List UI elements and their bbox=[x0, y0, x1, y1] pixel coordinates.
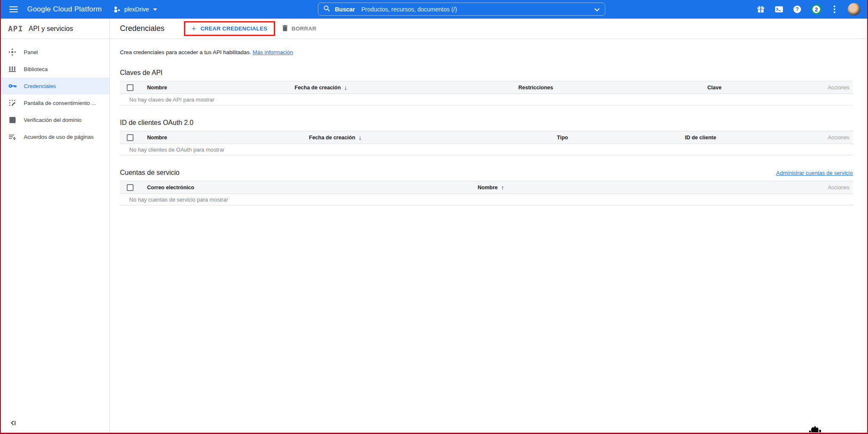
create-credentials-button[interactable]: + CREAR CREDENCIALES bbox=[192, 25, 267, 32]
sidebar-item-label: Verificación del dominio bbox=[24, 117, 82, 123]
gift-icon[interactable] bbox=[757, 5, 765, 14]
notifications-badge[interactable]: 2 bbox=[811, 4, 821, 14]
dashboard-icon bbox=[8, 48, 17, 56]
hamburger-menu-icon[interactable] bbox=[9, 6, 18, 12]
sidebar-header: API API y servicios bbox=[1, 19, 109, 39]
sort-desc-icon: ↓ bbox=[359, 134, 362, 141]
topbar-icons: ? 2 bbox=[757, 3, 860, 16]
section-title: Claves de API bbox=[120, 69, 163, 77]
library-icon bbox=[8, 65, 17, 73]
intro-text: Crea credenciales para acceder a tus API… bbox=[120, 49, 853, 55]
annotation-highlight: + CREAR CREDENCIALES bbox=[184, 21, 275, 36]
empty-state: No hay cuentas de servicio para mostrar bbox=[120, 194, 853, 205]
domain-verification-icon bbox=[8, 116, 17, 124]
sidebar-item-label: Panel bbox=[24, 49, 38, 55]
select-all-checkbox[interactable] bbox=[127, 84, 134, 91]
page-toolbar: Credenciales + CREAR CREDENCIALES BORRA bbox=[110, 19, 867, 39]
svg-text:?: ? bbox=[796, 6, 798, 12]
search-placeholder: Productos, recursos, documentos (/) bbox=[361, 6, 457, 13]
search-label: Buscar bbox=[335, 6, 355, 13]
column-acciones: Acciones bbox=[815, 85, 853, 91]
more-info-link[interactable]: Más información bbox=[253, 49, 293, 55]
select-all-checkbox[interactable] bbox=[127, 134, 134, 141]
mouse-cursor-artifact bbox=[809, 425, 821, 434]
column-fecha-creacion[interactable]: Fecha de creación ↓ bbox=[295, 84, 518, 91]
top-navigation-bar: Google Cloud Platform plexDrive Buscar P… bbox=[1, 0, 867, 19]
consent-screen-icon bbox=[8, 99, 17, 107]
manage-service-accounts-link[interactable]: Administrar cuentas de servicio bbox=[776, 170, 853, 176]
delete-button[interactable]: BORRAR bbox=[282, 25, 317, 33]
section-title: ID de clientes OAuth 2.0 bbox=[120, 119, 193, 127]
plus-icon: + bbox=[192, 26, 196, 32]
page-usage-agreements-icon bbox=[8, 133, 17, 141]
product-name-label: API y servicios bbox=[29, 25, 73, 33]
sidebar-item-acuerdos-uso[interactable]: Acuerdos de uso de páginas bbox=[1, 128, 109, 145]
section-service-accounts: Cuentas de servicio Administrar cuentas … bbox=[120, 169, 853, 205]
column-id-cliente: ID de cliente bbox=[685, 135, 815, 141]
table-header-row: Nombre Fecha de creación ↓ Tipo ID de cl… bbox=[120, 131, 853, 144]
column-correo-electronico: Correo electrónico bbox=[138, 185, 478, 191]
sidebar-nav: Panel Biblioteca bbox=[1, 39, 109, 145]
sidebar-item-panel[interactable]: Panel bbox=[1, 44, 109, 61]
sidebar-item-label: Credenciales bbox=[24, 83, 56, 89]
search-icon bbox=[323, 5, 330, 14]
collapse-sidebar-icon[interactable] bbox=[10, 420, 17, 428]
column-fecha-creacion[interactable]: Fecha de creación ↓ bbox=[309, 134, 557, 141]
table-header-row: Correo electrónico Nombre ↑ Acciones bbox=[120, 181, 853, 194]
sidebar: API API y servicios Panel bbox=[1, 19, 110, 433]
project-name: plexDrive bbox=[124, 6, 149, 13]
user-avatar[interactable] bbox=[848, 3, 860, 16]
chevron-down-icon bbox=[153, 8, 157, 11]
column-acciones: Acciones bbox=[815, 135, 853, 141]
sort-desc-icon: ↓ bbox=[344, 84, 347, 91]
key-icon bbox=[8, 82, 17, 90]
column-acciones: Acciones bbox=[815, 185, 853, 191]
column-restricciones: Restricciones bbox=[518, 85, 707, 91]
project-selector[interactable]: plexDrive bbox=[114, 6, 157, 13]
sidebar-item-verificacion-dominio[interactable]: Verificación del dominio bbox=[1, 111, 109, 128]
empty-state: No hay clientes de OAuth para mostrar bbox=[120, 144, 853, 155]
sidebar-item-label: Pantalla de consentimiento ... bbox=[24, 100, 96, 106]
select-all-checkbox[interactable] bbox=[127, 184, 134, 191]
search-expand-chevron-icon[interactable] bbox=[594, 6, 600, 13]
table-header-row: Nombre Fecha de creación ↓ Restricciones… bbox=[120, 81, 853, 94]
api-product-logo: API bbox=[8, 24, 23, 33]
content-area: Crea credenciales para acceder a tus API… bbox=[110, 39, 867, 205]
cloud-shell-icon[interactable] bbox=[775, 5, 783, 14]
gcp-logo[interactable]: Google Cloud Platform bbox=[27, 5, 102, 14]
sidebar-item-label: Acuerdos de uso de páginas bbox=[24, 134, 94, 140]
sidebar-item-label: Biblioteca bbox=[24, 66, 47, 72]
sidebar-item-credenciales[interactable]: Credenciales bbox=[1, 77, 109, 94]
column-clave: Clave bbox=[707, 85, 815, 91]
section-oauth-clients: ID de clientes OAuth 2.0 Nombre Fecha de… bbox=[120, 119, 853, 155]
more-options-icon[interactable] bbox=[831, 5, 838, 14]
trash-icon bbox=[282, 25, 288, 33]
project-icon bbox=[114, 6, 121, 13]
sidebar-item-pantalla-consentimiento[interactable]: Pantalla de consentimiento ... bbox=[1, 94, 109, 111]
page-title: Credenciales bbox=[120, 24, 164, 33]
help-icon[interactable]: ? bbox=[793, 5, 801, 14]
sort-asc-icon: ↑ bbox=[501, 184, 504, 191]
section-title: Cuentas de servicio bbox=[120, 169, 180, 177]
column-tipo: Tipo bbox=[557, 135, 685, 141]
sidebar-item-biblioteca[interactable]: Biblioteca bbox=[1, 61, 109, 77]
column-nombre: Nombre bbox=[138, 85, 295, 91]
section-api-keys: Claves de API Nombre Fecha de creación ↓… bbox=[120, 69, 853, 105]
column-nombre[interactable]: Nombre ↑ bbox=[478, 184, 815, 191]
search-input[interactable]: Buscar Productos, recursos, documentos (… bbox=[318, 3, 605, 16]
column-nombre: Nombre bbox=[138, 135, 309, 141]
empty-state: No hay claves de API para mostrar bbox=[120, 94, 853, 105]
gcp-console-screen: Google Cloud Platform plexDrive Buscar P… bbox=[0, 0, 868, 434]
main-content: Credenciales + CREAR CREDENCIALES BORRA bbox=[110, 19, 867, 433]
